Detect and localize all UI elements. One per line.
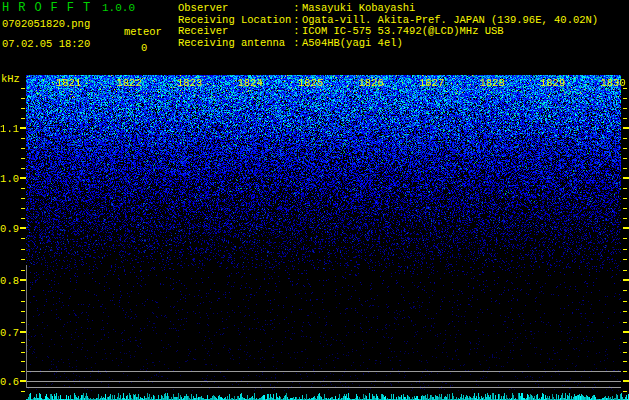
time-label: 1823 [177, 77, 202, 89]
major-tick [623, 380, 629, 382]
freq-tick-label: 0.8 [0, 275, 19, 287]
info-row-location: Receiving Location:Ogata-vill. Akita-Pre… [178, 14, 598, 26]
minor-tick [623, 98, 627, 99]
minor-tick [21, 249, 25, 250]
minor-tick [623, 198, 627, 199]
minor-tick [21, 352, 25, 353]
info-value: A504HB(yagi 4el) [302, 37, 403, 49]
minor-tick [21, 290, 25, 291]
minor-tick [623, 361, 627, 362]
info-value: Masayuki Kobayashi [302, 2, 415, 14]
freq-tick-label: 0.7 [0, 327, 19, 339]
major-tick [623, 331, 629, 333]
info-colon: : [291, 25, 302, 37]
major-tick [623, 127, 629, 129]
minor-tick [623, 218, 627, 219]
minor-tick [623, 311, 627, 312]
plot-left-border [26, 265, 27, 388]
minor-tick [623, 259, 627, 260]
minor-tick [21, 218, 25, 219]
info-colon: : [291, 14, 302, 26]
minor-tick [21, 108, 25, 109]
minor-tick [623, 108, 627, 109]
info-value: ICOM IC-575 53.7492(@LCD)MHz USB [302, 25, 504, 37]
major-tick [623, 227, 629, 229]
observation-mode-label: meteor [124, 27, 162, 37]
minor-tick [21, 311, 25, 312]
minor-tick [623, 208, 627, 209]
minor-tick [623, 249, 627, 250]
minor-tick [623, 168, 627, 169]
major-tick [623, 279, 629, 281]
time-label: 1824 [238, 77, 263, 89]
power-trace-canvas [26, 392, 629, 400]
freq-tick-label: 1.1 [0, 123, 19, 135]
time-label: 1825 [298, 77, 323, 89]
time-label: 1826 [359, 77, 384, 89]
minor-tick [623, 352, 627, 353]
info-label: Receiving Location [178, 14, 291, 26]
time-label: 1828 [480, 77, 505, 89]
minor-tick [21, 138, 25, 139]
info-row-antenna: Receiving antenna:A504HB(yagi 4el) [178, 37, 598, 49]
station-info-table: Observer:Masayuki Kobayashi Receiving Lo… [178, 2, 598, 48]
minor-tick [21, 301, 25, 302]
major-tick [20, 177, 26, 179]
horizontal-gridline [26, 371, 621, 372]
minor-tick [21, 361, 25, 362]
freq-tick-label: 0.9 [0, 223, 19, 235]
minor-tick [21, 270, 25, 271]
minor-tick [623, 158, 627, 159]
minor-tick [21, 259, 25, 260]
app-title: HROFFT [2, 2, 99, 14]
minor-tick [623, 290, 627, 291]
minor-tick [21, 322, 25, 323]
time-label: 1827 [419, 77, 444, 89]
minor-tick [21, 158, 25, 159]
time-label: 1829 [540, 77, 565, 89]
info-colon: : [291, 2, 302, 14]
minor-tick [21, 88, 25, 89]
minor-tick [21, 238, 25, 239]
freq-tick-label: 1.0 [0, 173, 19, 185]
info-label: Observer [178, 2, 291, 14]
time-label: 1821 [56, 77, 81, 89]
minor-tick [21, 188, 25, 189]
observation-datetime: 07.02.05 18:20 [2, 39, 90, 49]
freq-axis-unit: kHz [1, 74, 20, 84]
info-label: Receiving antenna [178, 37, 291, 49]
info-row-observer: Observer:Masayuki Kobayashi [178, 2, 598, 14]
minor-tick [623, 118, 627, 119]
minor-tick [21, 208, 25, 209]
meteor-count: 0 [141, 43, 147, 53]
minor-tick [623, 371, 627, 372]
minor-tick [623, 238, 627, 239]
minor-tick [623, 270, 627, 271]
info-row-receiver: Receiver:ICOM IC-575 53.7492(@LCD)MHz US… [178, 25, 598, 37]
info-value: Ogata-vill. Akita-Pref. JAPAN (139.96E, … [302, 14, 598, 26]
time-label: 1822 [117, 77, 142, 89]
output-filename: 0702051820.png [2, 19, 90, 29]
minor-tick [623, 342, 627, 343]
minor-tick [21, 342, 25, 343]
info-colon: : [291, 37, 302, 49]
minor-tick [21, 391, 25, 392]
major-tick [20, 127, 26, 129]
minor-tick [21, 148, 25, 149]
minor-tick [21, 98, 25, 99]
major-tick [623, 177, 629, 179]
horizontal-gridline [26, 381, 621, 382]
minor-tick [21, 198, 25, 199]
minor-tick [623, 188, 627, 189]
app-version: 1.0.0 [102, 3, 135, 14]
minor-tick [21, 168, 25, 169]
spectrogram-canvas [26, 75, 621, 391]
minor-tick [623, 138, 627, 139]
minor-tick [623, 301, 627, 302]
minor-tick [21, 118, 25, 119]
minor-tick [21, 371, 25, 372]
minor-tick [623, 148, 627, 149]
time-label: 1830 [601, 77, 626, 89]
hrofft-window: HROFFT 1.0.0 0702051820.png meteor 07.02… [0, 0, 629, 400]
info-label: Receiver [178, 25, 291, 37]
